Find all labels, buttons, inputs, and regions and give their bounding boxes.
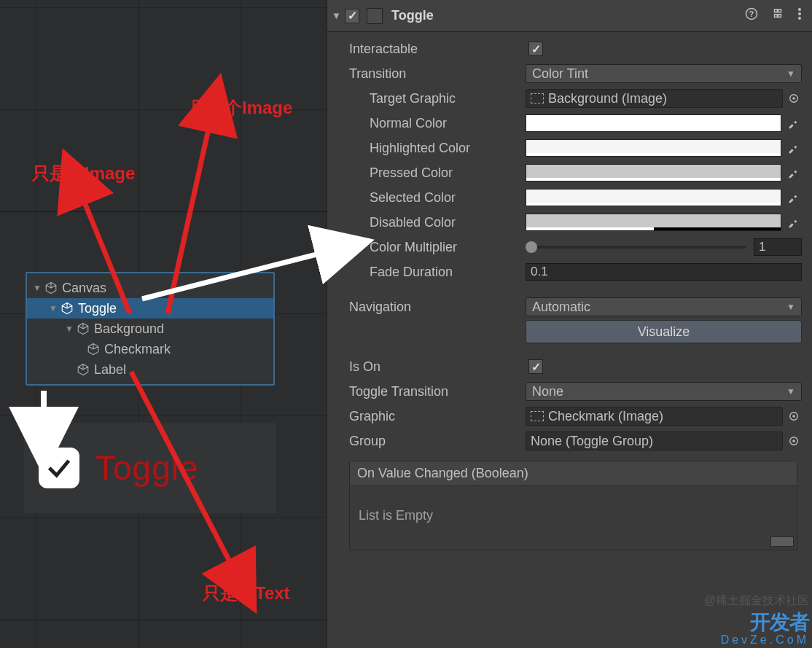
label-transition: Transition (343, 66, 526, 82)
svg-point-3 (798, 12, 801, 15)
scroll-handle[interactable] (770, 536, 794, 547)
label-interactable: Interactable (343, 42, 526, 57)
annotation-image-1: 只是个Image (32, 162, 135, 185)
label-selected-color: Selected Color (343, 190, 526, 206)
svg-point-4 (798, 17, 801, 20)
menu-icon[interactable] (797, 7, 802, 24)
label-is-on: Is On (343, 359, 526, 375)
svg-point-6 (792, 97, 795, 100)
hierarchy-label: Background (94, 321, 273, 337)
color-multiplier-input[interactable] (754, 238, 802, 256)
event-empty-text: List is Empty (359, 508, 433, 523)
svg-point-2 (798, 8, 801, 11)
annotation-image-2: 只是个Image (190, 96, 292, 120)
svg-text:?: ? (749, 9, 754, 18)
checkmark-icon (44, 453, 74, 483)
eyedropper-icon[interactable] (784, 114, 802, 132)
toggle-label-text: Toggle (95, 448, 199, 488)
chevron-down-icon: ▼ (786, 69, 795, 79)
help-icon[interactable]: ? (745, 7, 758, 24)
hierarchy-label: Label (94, 362, 273, 378)
hierarchy-label: Checkmark (104, 342, 273, 357)
group-field[interactable]: None (Toggle Group) (526, 432, 783, 450)
svg-point-8 (792, 415, 795, 418)
chevron-down-icon: ▼ (786, 386, 795, 397)
eyedropper-icon[interactable] (784, 139, 802, 157)
watermark: @稀土掘金技术社区 开发者 DevZe.CoM (704, 593, 809, 647)
transition-dropdown[interactable]: Color Tint ▼ (526, 64, 802, 83)
cube-icon (44, 281, 58, 294)
label-disabled-color: Disabled Color (343, 215, 526, 230)
label-pressed-color: Pressed Color (343, 165, 526, 181)
eyedropper-icon[interactable] (784, 164, 802, 181)
color-multiplier-slider[interactable] (526, 246, 746, 249)
inspector-panel: ▼ Toggle ? Interactable Transition Color… (327, 0, 812, 648)
object-picker-button[interactable] (786, 408, 802, 424)
foldout-icon[interactable]: ▼ (31, 282, 43, 294)
hierarchy-label: Canvas (62, 281, 273, 296)
component-enable-checkbox[interactable] (345, 9, 359, 23)
image-ref-icon (531, 93, 544, 104)
label-target-graphic: Target Graphic (343, 91, 526, 106)
chevron-down-icon: ▼ (786, 302, 795, 312)
event-header: On Value Changed (Boolean) (350, 461, 797, 486)
highlighted-color-swatch[interactable] (526, 139, 781, 157)
toggle-transition-dropdown[interactable]: None ▼ (526, 382, 802, 401)
foldout-icon[interactable]: ▼ (332, 10, 342, 21)
eyedropper-icon[interactable] (784, 189, 802, 206)
label-graphic: Graphic (343, 409, 526, 424)
toggle-preview-box: Toggle (24, 423, 276, 513)
hierarchy-item-toggle[interactable]: ▼ Toggle (27, 298, 273, 319)
cube-icon (60, 302, 74, 315)
hierarchy-item-background[interactable]: ▼ Background (27, 319, 273, 339)
foldout-icon[interactable]: ▼ (47, 302, 59, 314)
selected-color-swatch[interactable] (526, 189, 781, 206)
hierarchy-label: Toggle (78, 301, 273, 316)
label-fade-duration: Fade Duration (343, 265, 526, 280)
graphic-field[interactable]: Checkmark (Image) (526, 407, 783, 426)
component-title: Toggle (391, 8, 745, 23)
foldout-icon[interactable]: ▼ (63, 323, 75, 335)
navigation-dropdown[interactable]: Automatic ▼ (526, 297, 802, 316)
label-normal-color: Normal Color (343, 116, 526, 131)
visualize-button[interactable]: Visualize (526, 320, 802, 343)
label-navigation: Navigation (343, 300, 526, 315)
object-picker-button[interactable] (786, 90, 802, 106)
hierarchy-item-canvas[interactable]: ▼ Canvas (27, 278, 273, 298)
preset-icon[interactable] (771, 7, 784, 24)
is-on-checkbox[interactable] (528, 359, 543, 374)
hierarchy-item-checkmark[interactable]: Checkmark (27, 339, 273, 359)
event-list: On Value Changed (Boolean) List is Empty (349, 461, 797, 550)
target-graphic-field[interactable]: Background (Image) (526, 89, 783, 108)
hierarchy-item-label[interactable]: ▼ Label (27, 359, 273, 380)
interactable-checkbox[interactable] (528, 42, 543, 56)
component-header: ▼ Toggle ? (327, 0, 812, 32)
annotation-text: 只是个Text (203, 582, 290, 605)
hierarchy-panel: ▼ Canvas ▼ Toggle ▼ Background Checkmark… (26, 272, 275, 386)
cube-icon (87, 343, 100, 356)
toggle-checkbox-image (39, 448, 79, 488)
svg-point-10 (792, 440, 795, 442)
label-group: Group (343, 434, 526, 449)
disabled-color-swatch[interactable] (526, 214, 781, 231)
label-toggle-transition: Toggle Transition (343, 384, 526, 399)
image-ref-icon (531, 411, 544, 421)
normal-color-swatch[interactable] (526, 114, 781, 132)
object-picker-button[interactable] (786, 433, 802, 449)
cube-icon (77, 322, 90, 335)
eyedropper-icon[interactable] (784, 214, 802, 231)
fade-duration-input[interactable] (526, 263, 802, 281)
cube-icon (77, 363, 90, 376)
label-color-multiplier: Color Multiplier (343, 240, 526, 255)
label-highlighted-color: Highlighted Color (343, 141, 526, 156)
script-icon (367, 8, 383, 24)
pressed-color-swatch[interactable] (526, 164, 781, 181)
